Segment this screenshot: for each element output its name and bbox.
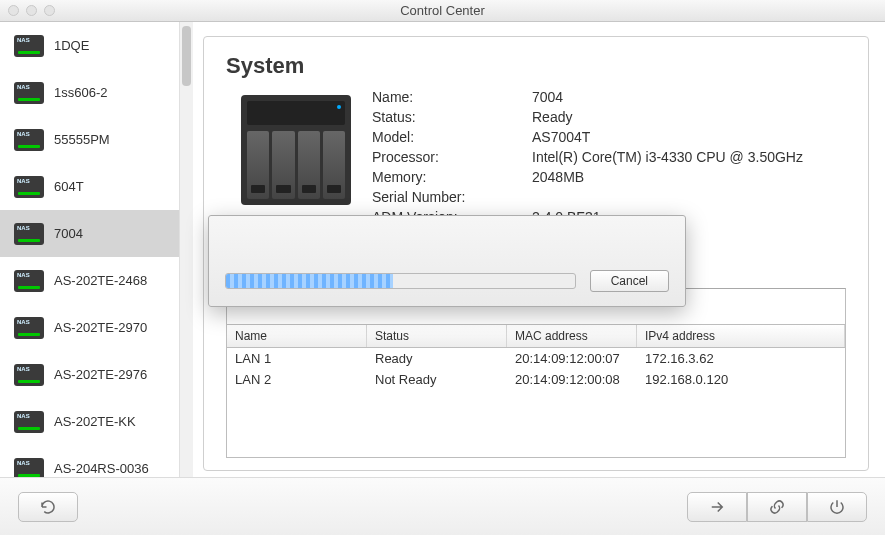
cell-name: LAN 2 — [227, 369, 367, 390]
cancel-button[interactable]: Cancel — [590, 270, 669, 292]
device-image — [226, 87, 366, 227]
sidebar-item-as-202te-2976[interactable]: AS-202TE-2976 — [0, 351, 179, 398]
nas-icon — [14, 82, 44, 104]
nas-icon — [14, 223, 44, 245]
refresh-button[interactable] — [18, 492, 78, 522]
link-icon — [768, 498, 786, 516]
power-icon — [828, 498, 846, 516]
cell-name: LAN 1 — [227, 348, 367, 369]
sidebar-scrollbar[interactable] — [179, 22, 193, 477]
spec-value-serial — [532, 189, 846, 205]
cell-mac: 20:14:09:12:00:07 — [507, 348, 637, 369]
spec-label-processor: Processor: — [372, 149, 532, 165]
sidebar-item-label: 604T — [54, 179, 84, 194]
sidebar-item-7004[interactable]: 7004 — [0, 210, 179, 257]
arrow-right-icon — [708, 498, 726, 516]
cell-mac: 20:14:09:12:00:08 — [507, 369, 637, 390]
spec-label-model: Model: — [372, 129, 532, 145]
col-status[interactable]: Status — [367, 325, 507, 347]
sidebar-scrollbar-thumb[interactable] — [182, 26, 191, 86]
spec-label-serial: Serial Number: — [372, 189, 532, 205]
sidebar-item-label: AS-202TE-KK — [54, 414, 136, 429]
minimize-window-button[interactable] — [26, 5, 37, 16]
network-panel: Name Status MAC address IPv4 address LAN… — [226, 288, 846, 458]
nas-icon — [14, 411, 44, 433]
sidebar-item-label: AS-202TE-2970 — [54, 320, 147, 335]
link-button[interactable] — [747, 492, 807, 522]
cell-ipv4: 192.168.0.120 — [637, 369, 845, 390]
cell-status: Not Ready — [367, 369, 507, 390]
spec-value-name: 7004 — [532, 89, 846, 105]
nas-icon — [14, 270, 44, 292]
sidebar-item-label: 55555PM — [54, 132, 110, 147]
spec-value-processor: Intel(R) Core(TM) i3-4330 CPU @ 3.50GHz — [532, 149, 846, 165]
panel-heading: System — [226, 53, 846, 79]
spec-value-status: Ready — [532, 109, 846, 125]
network-table-body: LAN 1 Ready 20:14:09:12:00:07 172.16.3.6… — [227, 348, 845, 390]
sidebar: 1DQE 1ss606-2 55555PM 604T 7004 AS-202TE… — [0, 22, 193, 477]
col-name[interactable]: Name — [227, 325, 367, 347]
refresh-icon — [39, 498, 57, 516]
sidebar-item-as-202te-2468[interactable]: AS-202TE-2468 — [0, 257, 179, 304]
sidebar-item-label: 1ss606-2 — [54, 85, 107, 100]
close-window-button[interactable] — [8, 5, 19, 16]
spec-value-model: AS7004T — [532, 129, 846, 145]
cell-status: Ready — [367, 348, 507, 369]
progress-fill — [226, 274, 393, 288]
nas-icon — [14, 176, 44, 198]
sidebar-item-1dqe[interactable]: 1DQE — [0, 22, 179, 69]
connect-button[interactable] — [687, 492, 747, 522]
titlebar: Control Center — [0, 0, 885, 22]
progress-bar — [225, 273, 576, 289]
sidebar-list: 1DQE 1ss606-2 55555PM 604T 7004 AS-202TE… — [0, 22, 179, 477]
sidebar-item-label: 1DQE — [54, 38, 89, 53]
sidebar-item-label: AS-202TE-2468 — [54, 273, 147, 288]
spec-label-memory: Memory: — [372, 169, 532, 185]
sidebar-item-as-202te-2970[interactable]: AS-202TE-2970 — [0, 304, 179, 351]
nas-icon — [14, 35, 44, 57]
sidebar-item-label: AS-204RS-0036 — [54, 461, 149, 476]
sidebar-item-as-202te-kk[interactable]: AS-202TE-KK — [0, 398, 179, 445]
sidebar-item-1ss606-2[interactable]: 1ss606-2 — [0, 69, 179, 116]
table-row[interactable]: LAN 1 Ready 20:14:09:12:00:07 172.16.3.6… — [227, 348, 845, 369]
zoom-window-button[interactable] — [44, 5, 55, 16]
progress-dialog: Cancel — [208, 215, 686, 307]
spec-value-memory: 2048MB — [532, 169, 846, 185]
nas-icon — [14, 129, 44, 151]
sidebar-item-as-204rs-0036[interactable]: AS-204RS-0036 — [0, 445, 179, 477]
sidebar-item-label: 7004 — [54, 226, 83, 241]
col-mac[interactable]: MAC address — [507, 325, 637, 347]
sidebar-item-604t[interactable]: 604T — [0, 163, 179, 210]
col-ipv4[interactable]: IPv4 address — [637, 325, 845, 347]
table-row[interactable]: LAN 2 Not Ready 20:14:09:12:00:08 192.16… — [227, 369, 845, 390]
power-button[interactable] — [807, 492, 867, 522]
sidebar-item-label: AS-202TE-2976 — [54, 367, 147, 382]
window-controls — [8, 5, 55, 16]
nas-icon — [14, 364, 44, 386]
sidebar-item-55555pm[interactable]: 55555PM — [0, 116, 179, 163]
spec-label-status: Status: — [372, 109, 532, 125]
spec-label-name: Name: — [372, 89, 532, 105]
nas-icon — [14, 317, 44, 339]
network-table-header: Name Status MAC address IPv4 address — [227, 325, 845, 348]
cell-ipv4: 172.16.3.62 — [637, 348, 845, 369]
nas-icon — [14, 458, 44, 478]
bottom-toolbar — [0, 477, 885, 535]
window-title: Control Center — [0, 3, 885, 18]
